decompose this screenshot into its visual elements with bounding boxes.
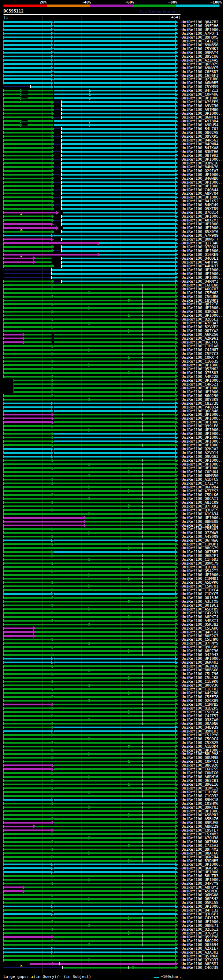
hsp-segment[interactable] <box>4 181 51 183</box>
subject-label[interactable]: UniRef100_C5XB25 <box>181 741 218 745</box>
hsp-segment[interactable] <box>54 818 175 820</box>
hsp-segment[interactable] <box>4 845 128 846</box>
hsp-segment[interactable] <box>130 784 175 785</box>
hsp-segment[interactable] <box>54 951 175 953</box>
hsp-segment[interactable] <box>4 620 51 622</box>
hsp-segment[interactable] <box>90 532 175 534</box>
subject-label[interactable]: UniRef100_Q4PEX2 <box>181 630 218 634</box>
hsp-segment[interactable] <box>54 82 175 84</box>
hsp-segment[interactable] <box>54 37 175 38</box>
hsp-segment[interactable] <box>4 231 51 232</box>
hsp-segment[interactable] <box>4 414 51 415</box>
hsp-segment[interactable] <box>54 768 175 770</box>
hsp-segment[interactable] <box>4 334 22 336</box>
subject-label[interactable]: UniRef100_UPI000.. <box>181 173 223 177</box>
hsp-segment[interactable] <box>4 593 51 595</box>
hsp-segment[interactable] <box>90 837 175 839</box>
hsp-segment[interactable] <box>4 856 51 858</box>
hsp-segment[interactable] <box>4 506 128 507</box>
hsp-segment[interactable] <box>4 807 88 808</box>
hsp-segment[interactable] <box>4 597 51 599</box>
hsp-segment[interactable] <box>54 90 89 91</box>
hsp-segment[interactable] <box>90 879 175 881</box>
hsp-segment[interactable] <box>54 665 175 667</box>
hsp-segment[interactable] <box>4 883 51 885</box>
hsp-segment[interactable] <box>4 52 51 54</box>
hsp-segment[interactable] <box>4 109 51 111</box>
hsp-segment[interactable] <box>4 635 33 637</box>
hsp-segment[interactable] <box>62 170 175 172</box>
hsp-segment[interactable] <box>130 746 175 748</box>
subject-label[interactable]: UniRef100_C6F6D7 <box>181 70 218 74</box>
hsp-segment[interactable] <box>54 536 175 538</box>
hsp-segment[interactable] <box>54 570 175 572</box>
subject-label[interactable]: UniRef100_C5GUR6 <box>181 295 218 299</box>
hsp-segment[interactable] <box>4 155 51 156</box>
hsp-segment[interactable] <box>54 437 175 438</box>
hsp-segment[interactable] <box>3 277 51 278</box>
hsp-segment[interactable] <box>54 318 175 320</box>
hsp-segment[interactable] <box>62 143 175 145</box>
hsp-segment[interactable] <box>54 197 60 198</box>
hsp-segment[interactable] <box>54 341 175 343</box>
hsp-segment[interactable] <box>4 192 51 194</box>
hsp-segment[interactable] <box>4 681 51 682</box>
hsp-segment[interactable] <box>4 742 51 744</box>
hsp-segment[interactable] <box>4 605 51 606</box>
hsp-segment[interactable] <box>54 33 175 34</box>
hsp-segment[interactable] <box>90 585 175 587</box>
hsp-segment[interactable] <box>62 159 175 160</box>
hsp-segment[interactable] <box>54 803 175 805</box>
hsp-segment[interactable] <box>54 25 175 27</box>
hsp-segment[interactable] <box>4 837 88 839</box>
hsp-segment[interactable] <box>4 886 22 888</box>
hsp-segment[interactable] <box>90 574 175 576</box>
hsp-segment[interactable] <box>4 624 88 625</box>
hsp-segment[interactable] <box>4 166 51 168</box>
hsp-segment[interactable] <box>4 929 51 930</box>
hsp-segment[interactable] <box>4 849 51 850</box>
hsp-segment[interactable] <box>90 292 175 294</box>
hsp-segment[interactable] <box>54 441 175 442</box>
hsp-segment[interactable] <box>4 124 20 126</box>
hsp-segment[interactable] <box>4 437 51 438</box>
hsp-segment[interactable] <box>4 345 51 347</box>
hsp-segment[interactable] <box>4 452 51 454</box>
hsp-segment[interactable] <box>54 940 175 942</box>
hsp-segment[interactable] <box>54 555 175 557</box>
hsp-segment[interactable] <box>27 120 53 122</box>
hsp-segment[interactable] <box>54 444 175 446</box>
hsp-segment[interactable] <box>130 814 175 816</box>
hsp-segment[interactable] <box>130 677 175 679</box>
subject-label[interactable]: UniRef100_C5JPY0 <box>181 733 218 737</box>
hsp-segment[interactable] <box>4 921 51 923</box>
hsp-segment[interactable] <box>54 921 175 923</box>
hsp-segment[interactable] <box>4 799 51 800</box>
hsp-segment[interactable] <box>35 261 51 263</box>
hsp-segment[interactable] <box>54 894 175 896</box>
hsp-segment[interactable] <box>27 94 53 95</box>
hsp-segment[interactable] <box>90 738 175 740</box>
hsp-segment[interactable] <box>62 189 175 191</box>
hsp-segment[interactable] <box>4 326 51 328</box>
hsp-segment[interactable] <box>4 444 51 446</box>
hsp-segment[interactable] <box>54 353 175 355</box>
hsp-segment[interactable] <box>4 566 128 568</box>
hsp-segment[interactable] <box>4 433 51 434</box>
hsp-segment[interactable] <box>4 220 51 221</box>
hsp-segment[interactable] <box>4 746 128 748</box>
hsp-segment[interactable] <box>4 578 128 579</box>
hsp-segment[interactable] <box>4 734 51 736</box>
hsp-segment[interactable] <box>4 879 88 881</box>
hsp-segment[interactable] <box>54 452 175 454</box>
hsp-segment[interactable] <box>4 280 51 282</box>
hsp-segment[interactable] <box>54 391 175 393</box>
hsp-segment[interactable] <box>4 322 88 324</box>
hsp-segment[interactable] <box>62 109 175 111</box>
hsp-segment[interactable] <box>4 589 51 591</box>
hsp-segment[interactable] <box>4 349 88 351</box>
hsp-segment[interactable] <box>4 818 51 820</box>
hsp-segment[interactable] <box>54 646 175 648</box>
hsp-segment[interactable] <box>4 372 128 374</box>
hsp-segment[interactable] <box>4 78 51 80</box>
